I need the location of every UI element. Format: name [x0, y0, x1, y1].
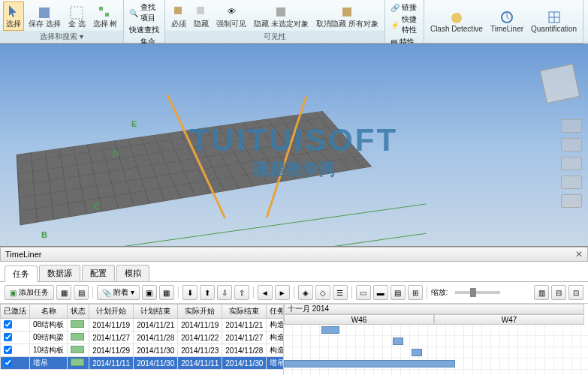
tb-btn[interactable]: ▤ — [74, 285, 89, 300]
active-checkbox[interactable] — [4, 358, 12, 367]
tab-模拟[interactable]: 模拟 — [116, 265, 149, 281]
tb-btn[interactable]: ▤ — [390, 285, 406, 300]
col-header[interactable]: 实际开始 — [178, 304, 222, 319]
select-btn[interactable]: 选择 — [3, 2, 24, 31]
task-table: 已激活名称状态计划开始计划结束实际开始实际结束任务类型 08结构板 2014/1… — [0, 304, 284, 375]
table-row[interactable]: 10结构板 2014/11/29 2014/11/30 2014/11/23 2… — [1, 344, 285, 357]
gantt-bar[interactable] — [284, 360, 455, 368]
all-btn[interactable]: 全 选 — [65, 2, 89, 31]
table-row[interactable]: 塔吊 2014/11/11 2014/11/30 2014/11/11 2014… — [1, 357, 285, 370]
tb-btn[interactable]: ▥ — [534, 285, 549, 300]
col-header[interactable]: 已激活 — [1, 304, 30, 319]
grid-label: E — [131, 119, 137, 128]
nav-tool[interactable] — [561, 176, 582, 189]
close-icon[interactable]: ✕ — [575, 249, 583, 260]
tb-btn[interactable]: ⬇ — [182, 285, 198, 300]
disk-icon — [37, 5, 52, 20]
quick-prop-btn[interactable]: ⚡快捷特性 — [388, 14, 421, 36]
tb-btn[interactable]: ◄ — [258, 285, 273, 300]
active-checkbox[interactable] — [4, 346, 12, 354]
actual-start: 2014/11/23 — [178, 344, 222, 357]
task-type: 构造 — [267, 319, 284, 332]
tb-btn[interactable]: ⊡ — [568, 285, 583, 300]
grid-icon — [547, 10, 562, 25]
tb-btn[interactable]: ⇩ — [217, 285, 232, 300]
group-label: 选择和搜索 ▾ — [0, 31, 123, 43]
unhide-icon — [340, 5, 355, 20]
tab-配置[interactable]: 配置 — [82, 265, 115, 281]
tb-btn[interactable]: ▬ — [373, 285, 388, 300]
find-project-btn[interactable]: 🔍查找项目 — [127, 2, 161, 24]
tb-btn[interactable]: ⇧ — [234, 285, 249, 300]
clash-btn[interactable]: Clash Detective — [427, 2, 486, 41]
col-header[interactable]: 计划开始 — [89, 304, 134, 319]
tb-btn[interactable]: ► — [275, 285, 290, 300]
timeliner-btn[interactable]: TimeLiner — [487, 2, 526, 41]
panel-title-text: TimeLiner — [5, 250, 42, 259]
svg-rect-5 — [197, 7, 204, 14]
viewport-3d[interactable]: A B C D E TUITUISOFT 腿腿教学网 — [0, 44, 588, 247]
zoom-label: 缩放: — [431, 287, 448, 298]
req-btn[interactable]: 必须 — [168, 2, 189, 31]
attach-icon: 📎 — [102, 289, 111, 297]
tb-btn[interactable]: ▦ — [159, 285, 174, 300]
col-header[interactable]: 名称 — [30, 304, 68, 319]
attach-btn[interactable]: 📎附着 ▾ — [97, 285, 140, 300]
eye-icon: 👁 — [224, 4, 239, 19]
tb-btn[interactable]: ◇ — [315, 285, 330, 300]
task-type: 构造 — [267, 332, 284, 344]
gantt-bar[interactable] — [321, 326, 339, 334]
table-row[interactable]: 09结构梁 2014/11/27 2014/11/28 2014/11/22 2… — [1, 332, 285, 344]
plan-start: 2014/11/27 — [89, 332, 134, 344]
panel-titlebar: TimeLiner ✕ — [0, 247, 588, 262]
hide-btn[interactable]: 隐藏 — [191, 2, 212, 31]
col-header[interactable]: 计划结束 — [134, 304, 178, 319]
task-type: 塔吊 — [267, 357, 284, 370]
tb-btn[interactable]: ⊟ — [551, 285, 566, 300]
viewcube[interactable] — [540, 64, 580, 104]
tb-btn[interactable]: ☰ — [333, 285, 348, 300]
active-checkbox[interactable] — [4, 333, 12, 341]
gantt-chart[interactable]: 十一月 2014 W46W47 — [284, 304, 588, 375]
add-task-btn[interactable]: ▣添加任务 — [5, 285, 54, 300]
tb-btn[interactable]: ⊞ — [408, 285, 423, 300]
gantt-row — [284, 325, 588, 336]
nav-tool[interactable] — [561, 157, 582, 170]
clash-icon — [449, 10, 464, 26]
svg-rect-6 — [276, 8, 285, 16]
nav-tool[interactable] — [561, 119, 582, 133]
tab-任务[interactable]: 任务 — [5, 266, 38, 282]
tb-btn[interactable]: ▭ — [356, 285, 371, 300]
actual-end: 2014/11/27 — [222, 332, 267, 344]
nav-tool[interactable] — [561, 194, 582, 208]
col-header[interactable]: 状态 — [68, 304, 89, 319]
save-sel-btn[interactable]: 保存 选择 — [26, 2, 64, 31]
tb-btn[interactable]: ◈ — [298, 285, 313, 300]
force-vis-btn[interactable]: 👁强制可见 — [213, 2, 249, 31]
tb-btn[interactable]: ▦ — [56, 285, 71, 300]
tb-btn[interactable]: ⬆ — [200, 285, 215, 300]
task-name: 09结构梁 — [30, 332, 68, 344]
cursor-icon — [6, 4, 21, 19]
tree-icon — [98, 5, 113, 20]
quick-find-btn[interactable]: 快速查找 — [127, 24, 161, 36]
unhide-btn[interactable]: 取消隐藏 所有对象 — [313, 2, 381, 31]
hide-unsel-btn[interactable]: 隐藏 未选定对象 — [251, 2, 312, 31]
nav-tool[interactable] — [561, 138, 582, 152]
col-header[interactable]: 任务类型 — [267, 304, 284, 319]
link-btn[interactable]: 🔗链接 — [388, 2, 421, 14]
zoom-slider[interactable] — [455, 291, 500, 294]
plan-start: 2014/11/29 — [89, 344, 134, 357]
tb-btn[interactable]: ▣ — [142, 285, 157, 300]
active-checkbox[interactable] — [4, 320, 12, 328]
gantt-bar[interactable] — [412, 349, 422, 356]
svg-rect-2 — [99, 7, 103, 10]
table-row[interactable]: 08结构板 2014/11/19 2014/11/21 2014/11/19 2… — [1, 319, 285, 332]
clock-icon — [499, 10, 514, 25]
quant-btn[interactable]: Quantification — [528, 2, 580, 41]
col-header[interactable]: 实际结束 — [222, 304, 267, 319]
sel-tree-btn[interactable]: 选择 树 — [90, 2, 121, 31]
gantt-bar[interactable] — [393, 338, 403, 345]
status-icon — [71, 358, 84, 366]
tab-数据源[interactable]: 数据源 — [39, 265, 80, 281]
